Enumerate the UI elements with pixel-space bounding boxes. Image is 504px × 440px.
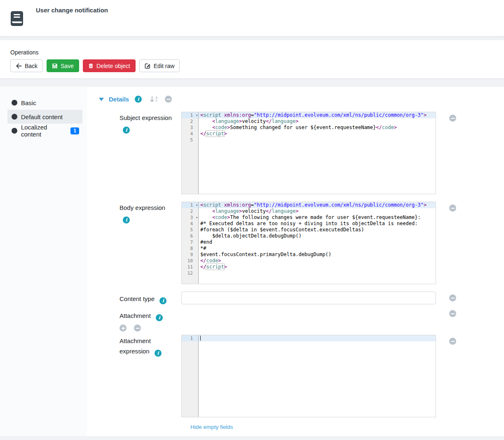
save-button-label: Save	[61, 63, 74, 69]
attachment-label: Attachment	[120, 312, 151, 319]
editor-code	[199, 335, 436, 417]
remove-body-expression-button[interactable]	[449, 205, 456, 212]
sort-arrow-icon	[150, 96, 155, 103]
sidebar-item-label: Basic	[21, 99, 36, 106]
back-button[interactable]: Back	[10, 59, 43, 72]
back-button-label: Back	[25, 63, 38, 69]
attachment-expression-label: Attachment expression	[120, 337, 151, 355]
attachment-expression-editor[interactable]: 1	[181, 335, 436, 417]
field-label: Content type	[120, 292, 172, 304]
body-expression-info-icon[interactable]	[123, 216, 130, 224]
trash-icon	[88, 63, 94, 69]
circle-bullet-icon	[12, 114, 17, 120]
content-type-label: Content type	[120, 295, 155, 302]
chevron-down-icon[interactable]	[99, 98, 104, 101]
operations-panel: Operations Back Save D	[0, 40, 504, 78]
editor-code: <script xmlns:org="http://midpoint.evolv…	[199, 112, 436, 194]
add-attachment-button[interactable]	[120, 325, 127, 332]
edit-raw-button[interactable]: Edit raw	[139, 59, 180, 72]
attachment-expression-info-icon[interactable]	[155, 350, 162, 357]
content-type-input[interactable]	[181, 292, 436, 304]
page-header: User change notification	[0, 0, 504, 36]
section-sidebar: Basic Default content Localized content …	[0, 87, 87, 436]
attachment-row: Attachment	[87, 310, 504, 332]
body-expression-label: Body expression	[120, 204, 165, 211]
content-type-info-icon[interactable]	[159, 297, 166, 304]
sidebar-item-label: Default content	[21, 113, 63, 120]
subject-expression-editor[interactable]: 1▾2345 <script xmlns:org="http://midpoin…	[181, 112, 436, 194]
editor-code: <script xmlns:org="http://midpoint.evolv…	[199, 202, 436, 284]
sort-az-letters: AZ	[155, 96, 157, 102]
attachment-expression-row: Attachment expression 1	[87, 335, 504, 417]
circle-bullet-icon	[12, 100, 17, 106]
editor-gutter: 1	[182, 335, 199, 417]
sidebar-item-label: Localized content	[21, 124, 62, 138]
remove-attachment-value-button[interactable]	[449, 310, 456, 317]
arrow-left-icon	[16, 63, 22, 69]
edit-raw-button-label: Edit raw	[154, 63, 175, 69]
delete-object-button[interactable]: Delete object	[83, 59, 136, 72]
field-label: Attachment	[120, 310, 243, 332]
subject-expression-row: Subject expression 1▾2345 <script xmlns:…	[87, 112, 504, 194]
sidebar-item-default-content[interactable]: Default content	[7, 110, 82, 124]
delete-object-button-label: Delete object	[96, 63, 130, 69]
content-area: Basic Default content Localized content …	[0, 87, 504, 436]
save-button[interactable]: Save	[47, 59, 79, 72]
operations-label: Operations	[10, 49, 494, 56]
operations-buttons: Back Save Delete object	[10, 59, 494, 72]
count-badge: 1	[70, 127, 79, 134]
save-icon	[52, 63, 58, 69]
details-info-icon[interactable]	[135, 96, 142, 103]
page-title: User change notification	[36, 7, 108, 14]
subject-expression-info-icon[interactable]	[123, 127, 130, 134]
details-panel: Details AZ Subject expression 1▾2345 <sc…	[87, 87, 504, 436]
details-title[interactable]: Details	[109, 96, 129, 103]
attachment-info-icon[interactable]	[156, 314, 163, 321]
field-label: Attachment expression	[120, 335, 172, 357]
sidebar-item-localized-content[interactable]: Localized content 1	[7, 124, 82, 138]
subject-expression-label: Subject expression	[120, 114, 172, 121]
field-label: Subject expression	[120, 112, 172, 134]
book-icon	[10, 11, 23, 26]
details-header: Details AZ	[87, 96, 504, 103]
content-type-row: Content type	[87, 292, 504, 304]
remove-attachment-button[interactable]	[134, 325, 141, 332]
remove-content-type-button[interactable]	[449, 294, 456, 301]
hide-empty-fields-link[interactable]: Hide empty fields	[190, 424, 233, 430]
body-expression-editor[interactable]: 1▾23▾456789101112 <script xmlns:org="htt…	[181, 202, 436, 284]
field-label: Body expression	[120, 202, 172, 224]
remove-subject-expression-button[interactable]	[449, 115, 456, 122]
details-remove-button[interactable]	[165, 96, 172, 103]
editor-gutter: 1▾2345	[182, 112, 199, 194]
edit-icon	[145, 63, 151, 69]
sort-properties-button[interactable]: AZ	[150, 96, 157, 103]
sidebar-item-basic[interactable]: Basic	[7, 96, 82, 110]
editor-gutter: 1▾23▾456789101112	[182, 202, 199, 284]
circle-bullet-icon	[12, 128, 17, 134]
body-expression-row: Body expression 1▾23▾456789101112 <scrip…	[87, 202, 504, 284]
remove-attachment-expression-button[interactable]	[449, 338, 456, 345]
